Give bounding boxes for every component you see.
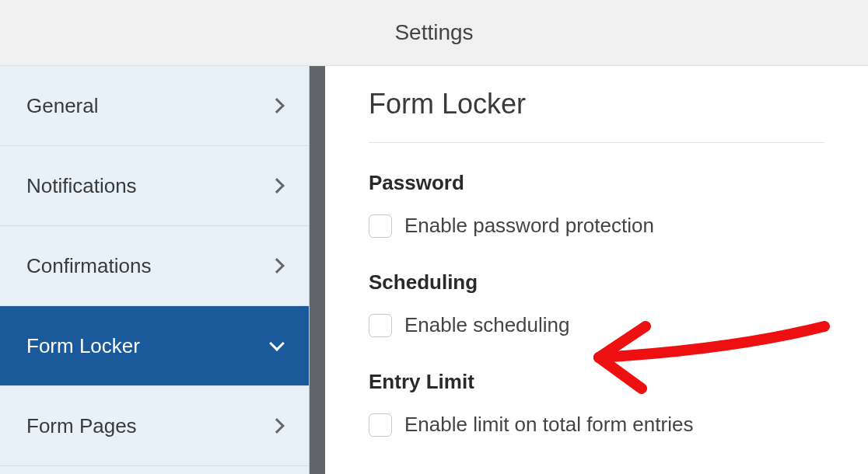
chevron-right-icon [269,98,285,113]
chevron-right-icon [269,178,285,193]
chevron-right-icon [269,258,285,274]
checkbox-scheduling[interactable] [369,314,392,337]
sidebar-item-label: Confirmations [26,254,151,278]
sidebar-item-general[interactable]: General [0,66,309,146]
checkbox-row-entry-limit: Enable limit on total form entries [369,413,824,437]
checkbox-label: Enable password protection [404,214,654,238]
sidebar-item-form-pages[interactable]: Form Pages [0,386,309,466]
header: Settings [0,0,868,66]
checkbox-row-password: Enable password protection [369,214,824,238]
sidebar-item-form-locker[interactable]: Form Locker [0,306,309,386]
sidebar-item-notifications[interactable]: Notifications [0,146,309,226]
content: General Notifications Confirmations Form… [0,66,868,474]
page-title: Form Locker [369,88,824,143]
sidebar: General Notifications Confirmations Form… [0,66,310,474]
chevron-right-icon [269,418,285,434]
checkbox-label: Enable limit on total form entries [404,413,693,437]
section-heading-password: Password [369,171,824,195]
sidebar-item-label: Form Pages [26,414,137,438]
checkbox-entry-limit[interactable] [369,413,392,437]
chevron-down-icon [269,336,285,351]
section-heading-scheduling: Scheduling [369,270,824,295]
sidebar-item-label: General [26,94,99,118]
sidebar-item-confirmations[interactable]: Confirmations [0,226,309,306]
main-panel: Form Locker Password Enable password pro… [325,66,868,474]
sidebar-item-label: Notifications [26,174,137,198]
header-title: Settings [394,20,473,45]
checkbox-password-protection[interactable] [369,214,392,238]
sidebar-divider [310,66,325,474]
checkbox-row-scheduling: Enable scheduling [369,313,824,337]
section-heading-entry-limit: Entry Limit [369,370,824,394]
sidebar-item-label: Form Locker [26,334,140,358]
checkbox-label: Enable scheduling [404,313,570,337]
